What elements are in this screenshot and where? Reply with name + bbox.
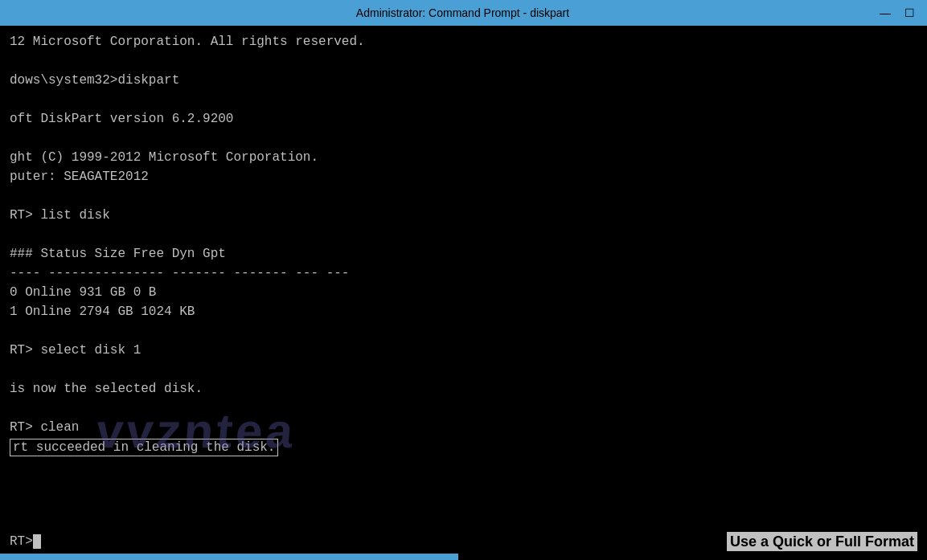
line-clean-cmd: RT> clean — [10, 418, 917, 437]
window-controls: — ☐ — [874, 4, 921, 22]
line-disk-0: 0 Online 931 GB 0 B — [10, 283, 917, 302]
line-1: 12 Microsoft Corporation. All rights res… — [10, 32, 917, 51]
line-blank-2 — [10, 90, 917, 109]
use-format-text: Use a Quick or Full Format — [727, 532, 917, 551]
window: Administrator: Command Prompt - diskpart… — [0, 0, 927, 560]
success-line-container: rt succeeded in cleaning the disk. — [10, 439, 917, 456]
maximize-button[interactable]: ☐ — [898, 4, 921, 22]
line-5: puter: SEAGATE2012 — [10, 167, 917, 186]
line-6: RT> list disk — [10, 206, 917, 225]
line-blank-5 — [10, 225, 917, 244]
line-disk-1: 1 Online 2794 GB 1024 KB — [10, 302, 917, 321]
use-format-label: Use a Quick or Full Format — [727, 533, 917, 550]
line-3: oft DiskPart version 6.2.9200 — [10, 109, 917, 129]
line-blank-7 — [10, 360, 917, 379]
progress-bar — [0, 554, 458, 560]
bottom-section: RT> Use a Quick or Full Format — [0, 523, 927, 560]
line-table-header: ### Status Size Free Dyn Gpt — [10, 244, 917, 264]
line-blank-1 — [10, 51, 917, 71]
line-blank-6 — [10, 321, 917, 341]
terminal-output: 12 Microsoft Corporation. All rights res… — [10, 32, 917, 437]
success-message: rt succeeded in cleaning the disk. — [10, 439, 278, 456]
line-blank-3 — [10, 129, 917, 148]
prompt-container: RT> — [10, 534, 41, 549]
terminal-content: 12 Microsoft Corporation. All rights res… — [0, 26, 927, 523]
line-table-divider: ---- --------------- ------- ------- ---… — [10, 264, 917, 283]
title-bar: Administrator: Command Prompt - diskpart… — [0, 0, 927, 26]
line-blank-8 — [10, 399, 917, 418]
line-2: dows\system32>diskpart — [10, 71, 917, 90]
cursor — [33, 534, 41, 549]
line-4: ght (C) 1999-2012 Microsoft Corporation. — [10, 148, 917, 167]
line-blank-4 — [10, 186, 917, 206]
window-title: Administrator: Command Prompt - diskpart — [51, 6, 874, 19]
prompt-text: RT> — [10, 534, 33, 549]
line-selected: is now the selected disk. — [10, 379, 917, 399]
line-select: RT> select disk 1 — [10, 341, 917, 360]
minimize-button[interactable]: — — [874, 4, 896, 22]
